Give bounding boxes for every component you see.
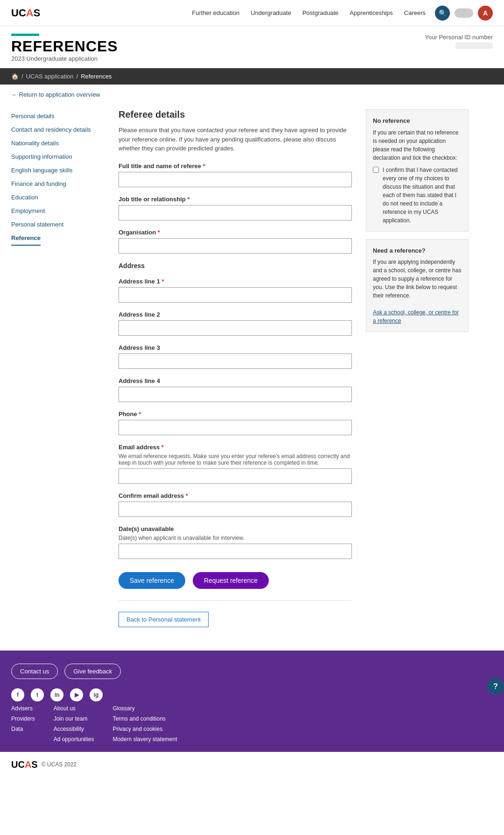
label-address: Address (119, 262, 352, 269)
footer-link-join[interactable]: Join our team (54, 715, 94, 722)
required-star: * (158, 229, 160, 236)
footer-link-privacy[interactable]: Privacy and cookies (112, 726, 177, 732)
email-help-text: We email reference requests. Make sure y… (119, 453, 352, 466)
field-dates-unavailable: Date(s) unavailable Date(s) when applica… (119, 525, 352, 559)
label-phone: Phone * (119, 410, 352, 418)
no-reference-checkbox-label: I confirm that I have contacted every on… (383, 166, 462, 225)
page-header: REFERENCES 2023 Undergraduate applicatio… (0, 26, 504, 68)
input-address4[interactable] (119, 387, 352, 402)
no-reference-checkbox[interactable] (373, 167, 379, 173)
return-link[interactable]: ← Return to application overview (11, 91, 493, 98)
footer-link-about[interactable]: About us (54, 705, 94, 712)
footer-link-data[interactable]: Data (11, 726, 35, 732)
footer-link-advisers[interactable]: Advisers (11, 705, 35, 712)
field-email: Email address * We email reference reque… (119, 444, 352, 484)
form-divider (119, 600, 352, 601)
field-confirm-email: Confirm email address * (119, 492, 352, 517)
field-job-title: Job title or relationship * (119, 196, 352, 220)
home-icon[interactable]: 🏠 (11, 73, 19, 80)
address-heading-group: Address (119, 262, 352, 269)
label-address4: Address line 4 (119, 377, 352, 384)
form-buttons: Save reference Request reference (119, 572, 352, 589)
input-full-title[interactable] (119, 172, 352, 187)
nav-apprenticeships[interactable]: Apprenticeships (350, 9, 393, 16)
need-reference-title: Need a reference? (373, 246, 462, 255)
toggle-switch[interactable] (455, 8, 473, 18)
give-feedback-button[interactable]: Give feedback (64, 664, 121, 679)
input-dates-unavailable[interactable] (119, 544, 352, 559)
form-heading: Referee details (119, 109, 352, 120)
field-address1: Address line 1 * (119, 278, 352, 303)
instagram-icon[interactable]: ig (90, 688, 103, 701)
nav-links: Further education Undergraduate Postgrad… (192, 9, 426, 16)
nav-careers[interactable]: Careers (404, 9, 426, 16)
footer-link-ad[interactable]: Ad opportunities (54, 736, 94, 743)
breadcrumb-separator: / (21, 73, 23, 80)
sidebar-item-contact-residency[interactable]: Contact and residency details (11, 123, 105, 136)
input-organisation[interactable] (119, 238, 352, 254)
personal-id-section: Your Personal ID number (425, 34, 493, 49)
sidebar-item-reference[interactable]: Reference (11, 231, 41, 246)
personal-id-value (455, 42, 493, 49)
breadcrumb-current: References (81, 73, 112, 80)
footer-col-1: Advisers Providers Data (11, 705, 35, 743)
footer-top: Contact us Give feedback (11, 664, 493, 679)
input-email[interactable] (119, 468, 352, 484)
sidebar-item-personal-statement[interactable]: Personal statement (11, 218, 105, 231)
field-address2: Address line 2 (119, 311, 352, 336)
required-star: * (161, 444, 164, 451)
required-star: * (139, 410, 141, 418)
nav-icons: 🔍 A (435, 6, 493, 21)
footer-link-glossary[interactable]: Glossary (112, 705, 177, 712)
nav-undergraduate[interactable]: Undergraduate (251, 9, 291, 16)
facebook-icon[interactable]: f (11, 688, 24, 701)
input-job-title[interactable] (119, 205, 352, 220)
nav-postgraduate[interactable]: Postgraduate (302, 9, 338, 16)
footer-link-slavery[interactable]: Modern slavery statement (112, 736, 177, 743)
input-address3[interactable] (119, 354, 352, 369)
input-address1[interactable] (119, 287, 352, 303)
sidebar-item-supporting-info[interactable]: Supporting information (11, 150, 105, 163)
footer-bottom: UCAS © UCAS 2022 (0, 752, 504, 778)
sidebar-item-english-language[interactable]: English language skills (11, 163, 105, 177)
right-panel: No reference If you are certain that no … (366, 105, 469, 632)
search-icon[interactable]: 🔍 (435, 6, 450, 21)
footer-link-providers[interactable]: Providers (11, 715, 35, 722)
linkedin-icon[interactable]: in (50, 688, 63, 701)
label-address2: Address line 2 (119, 311, 352, 318)
input-address2[interactable] (119, 320, 352, 336)
sidebar-item-education[interactable]: Education (11, 191, 105, 204)
contact-us-button[interactable]: Contact us (11, 664, 58, 679)
input-confirm-email[interactable] (119, 502, 352, 517)
help-button[interactable]: ? (487, 678, 504, 695)
dates-help-text: Date(s) when applicant is unavailable fo… (119, 535, 352, 541)
green-accent-bar (11, 34, 39, 36)
label-address1: Address line 1 * (119, 278, 352, 285)
youtube-icon[interactable]: ▶ (70, 688, 83, 701)
sidebar: Personal details Contact and residency d… (11, 105, 105, 632)
breadcrumb-ucas-application[interactable]: UCAS application (26, 73, 74, 80)
need-reference-body: If you are applying independently and a … (373, 258, 462, 300)
top-nav: UCAS Further education Undergraduate Pos… (0, 0, 504, 26)
sidebar-item-nationality[interactable]: Nationality details (11, 136, 105, 150)
footer-content: Contact us Give feedback f t in ▶ ig Adv… (0, 651, 504, 752)
ask-school-link[interactable]: Ask a school, college, or centre for a r… (373, 309, 459, 324)
label-organisation: Organisation * (119, 229, 352, 236)
back-to-personal-statement-button[interactable]: Back to Personal statement (119, 612, 209, 627)
save-reference-button[interactable]: Save reference (119, 572, 185, 589)
ucas-logo: UCAS (11, 7, 40, 19)
breadcrumb-separator2: / (77, 73, 78, 80)
footer-link-terms[interactable]: Terms and conditions (112, 715, 177, 722)
user-avatar[interactable]: A (478, 6, 493, 21)
footer-link-accessibility[interactable]: Accessibility (54, 726, 94, 732)
footer-col-3: Glossary Terms and conditions Privacy an… (112, 705, 177, 743)
request-reference-button[interactable]: Request reference (193, 572, 269, 589)
sidebar-item-finance-funding[interactable]: Finance and funding (11, 177, 105, 191)
twitter-icon[interactable]: t (31, 688, 44, 701)
required-star: * (162, 278, 164, 285)
sidebar-item-personal-details[interactable]: Personal details (11, 109, 105, 123)
nav-further-education[interactable]: Further education (192, 9, 239, 16)
input-phone[interactable] (119, 420, 352, 435)
field-organisation: Organisation * (119, 229, 352, 254)
sidebar-item-employment[interactable]: Employment (11, 204, 105, 218)
